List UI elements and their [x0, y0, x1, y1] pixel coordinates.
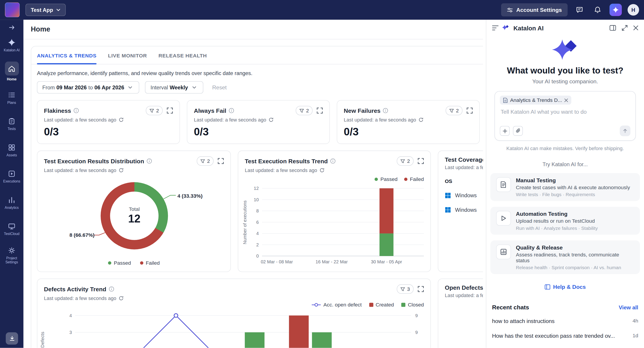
sidebar-item-katalon-ai[interactable]: Katalon AI [0, 32, 24, 58]
topbar: Test App Account Settings H [0, 0, 644, 20]
sidebar-item-home[interactable]: Home [0, 58, 24, 85]
panel-layout-button[interactable] [610, 25, 616, 31]
filter-count-chip[interactable]: 2 [397, 156, 414, 166]
card-title: Test Execution Results Distribution [44, 158, 144, 164]
distribution-donut[interactable]: Total 12 [100, 182, 168, 249]
filter-count: 2 [207, 158, 210, 164]
info-icon[interactable] [74, 108, 79, 113]
tab-bar: ANALYTICS & TRENDS LIVE MONITOR RELEASE … [31, 46, 483, 65]
chat-item[interactable]: how to attach instructions 4h [492, 316, 638, 325]
app-window: Test App Account Settings H [0, 0, 644, 348]
defects-chart[interactable]: 4399 [54, 308, 426, 348]
refresh-icon[interactable] [119, 117, 124, 122]
document-pencil-icon [496, 177, 511, 192]
legend-closed[interactable]: Closed [402, 302, 424, 308]
chat-history-button[interactable] [492, 25, 498, 30]
coverage-row-label: Windows [455, 207, 477, 213]
sidebar-item-plans[interactable]: Plans [0, 84, 24, 111]
account-settings-label: Account Settings [516, 7, 562, 13]
fullscreen-button[interactable] [418, 158, 424, 164]
filter-count-chip[interactable]: 2 [197, 156, 214, 166]
legend-acc-open-defect[interactable]: Acc. open defect [312, 302, 362, 308]
feedback-chat-button[interactable] [573, 4, 586, 16]
fullscreen-button[interactable] [167, 107, 173, 114]
interval-dropdown[interactable]: Interval Weekly [145, 81, 203, 94]
add-button[interactable] [500, 126, 510, 136]
legend-passed[interactable]: Passed [108, 260, 131, 266]
filter-count-chip[interactable]: 3 [397, 284, 414, 294]
close-panel-button[interactable] [633, 25, 638, 30]
fullscreen-button[interactable] [317, 107, 323, 114]
suggestion-quality-release[interactable]: Quality & Release Assess readiness, trac… [490, 240, 640, 274]
filter-count-chip[interactable]: 2 [446, 106, 462, 115]
suggestion-title: Quality & Release [516, 245, 634, 251]
katalon-ai-logo-icon [502, 24, 509, 31]
legend-created[interactable]: Created [369, 302, 394, 308]
send-button[interactable] [620, 126, 630, 136]
coverage-row[interactable]: Windows [438, 184, 483, 198]
ai-prompt-input[interactable]: Analytics & Trends D... Tell Katalon AI … [494, 91, 636, 141]
svg-text:9: 9 [415, 313, 418, 318]
chat-item[interactable]: create test run from these tests, defaul… [492, 346, 638, 348]
refresh-icon[interactable] [119, 296, 124, 301]
sidebar-item-tests[interactable]: Tests [0, 111, 24, 137]
trend-card: Test Execution Results Trend 2 Last upda… [238, 151, 431, 272]
suggestion-title: Automation Testing [516, 211, 598, 217]
trend-chart[interactable]: 02468101202 Mar - 08 Mar16 Mar - 22 Mar3… [238, 180, 428, 267]
info-icon[interactable] [109, 286, 114, 292]
sidebar-item-assets[interactable]: Assets [0, 137, 24, 163]
reset-button[interactable]: Reset [212, 84, 227, 90]
view-all-link[interactable]: View all [619, 304, 638, 311]
expand-panel-button[interactable] [622, 25, 628, 31]
info-icon[interactable] [146, 158, 152, 164]
card-title: Test Coverage [445, 156, 483, 163]
sidebar-item-label: Executions [3, 179, 20, 183]
date-to-label: to [88, 84, 93, 90]
katalon-ai-button[interactable] [610, 4, 622, 16]
legend-failed[interactable]: Failed [140, 260, 160, 266]
sidebar-item-testcloud[interactable]: TestCloud [0, 216, 24, 242]
fullscreen-button[interactable] [467, 107, 473, 114]
defects-row: Defects Activity Trend 3 Last updated: a… [37, 279, 483, 348]
tab-release-health[interactable]: RELEASE HEALTH [158, 53, 207, 64]
sidebar-item-analytics[interactable]: Analytics [0, 190, 24, 216]
project-selector[interactable]: Test App [26, 4, 66, 16]
annotation-passed: 4 (33.33%) [177, 193, 202, 199]
user-avatar[interactable]: H [628, 4, 639, 15]
sidebar-item-project-settings[interactable]: Project Settings [0, 242, 24, 268]
info-icon[interactable] [383, 108, 388, 113]
refresh-icon[interactable] [119, 168, 124, 173]
app-logo[interactable] [5, 2, 20, 17]
suggestion-automation-testing[interactable]: Automation Testing Upload results or run… [490, 207, 640, 235]
notifications-button[interactable] [592, 4, 604, 16]
context-chip[interactable]: Analytics & Trends D... [500, 96, 571, 105]
refresh-icon[interactable] [268, 117, 274, 122]
refresh-icon[interactable] [320, 168, 324, 173]
attach-file-button[interactable] [513, 126, 523, 136]
chart-icon [496, 245, 511, 259]
tab-analytics-trends[interactable]: ANALYTICS & TRENDS [37, 53, 96, 64]
download-agent-button[interactable] [6, 332, 18, 345]
paperclip-icon [516, 128, 520, 133]
sidebar-item-executions[interactable]: Executions [0, 163, 24, 190]
date-range-dropdown[interactable]: From 09 Mar 2026 to 06 Apr 2026 [37, 81, 139, 94]
fullscreen-button[interactable] [218, 158, 224, 164]
filter-count-chip[interactable]: 2 [146, 106, 163, 115]
info-icon[interactable] [330, 158, 336, 164]
sidebar-expand-button[interactable] [8, 24, 15, 30]
remove-context-icon[interactable] [564, 98, 568, 102]
tab-live-monitor[interactable]: LIVE MONITOR [108, 53, 147, 64]
coverage-row[interactable]: Windows [438, 198, 483, 213]
chat-item[interactable]: How has the test execution pass rate tre… [492, 331, 638, 340]
suggestion-manual-testing[interactable]: Manual Testing Create test cases with AI… [490, 173, 640, 201]
help-docs-link[interactable]: Help & Docs [486, 284, 644, 290]
filter-count-chip[interactable]: 2 [296, 106, 312, 115]
sparkle-icon [612, 6, 619, 13]
refresh-icon[interactable] [418, 117, 424, 122]
sidebar-item-label: Tests [8, 127, 16, 131]
account-settings-button[interactable]: Account Settings [501, 3, 568, 16]
arrow-up-icon [622, 128, 628, 133]
info-icon[interactable] [229, 108, 234, 113]
fullscreen-button[interactable] [418, 286, 424, 292]
play-box-icon [8, 170, 16, 177]
